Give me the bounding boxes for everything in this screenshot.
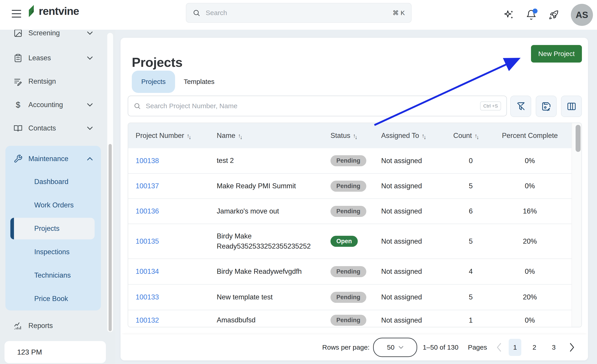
sidebar-item-maintenance[interactable]: Maintenance bbox=[14, 151, 93, 167]
column-header-status[interactable]: Status ↑↓ bbox=[330, 132, 381, 140]
sidebar-item-dashboard[interactable]: Dashboard bbox=[5, 174, 101, 190]
assigned-to: Not assigned bbox=[381, 267, 453, 276]
sidebar-item-price-book[interactable]: Price Book bbox=[5, 290, 101, 307]
project-name: New template test bbox=[217, 292, 330, 302]
reports-chart-icon bbox=[14, 321, 23, 330]
rows-per-page-select[interactable]: 50 bbox=[373, 338, 417, 357]
global-search-input[interactable] bbox=[205, 9, 393, 17]
page-title: Projects bbox=[132, 55, 182, 70]
table-search-input[interactable] bbox=[145, 102, 480, 110]
column-header-project-number[interactable]: Project Number ↑↓ bbox=[136, 132, 217, 140]
sidebar-item-contacts[interactable]: Contacts bbox=[14, 120, 93, 136]
sidebar-item-rentsign[interactable]: Rentsign bbox=[14, 73, 93, 90]
assigned-to: Not assigned bbox=[381, 207, 453, 215]
tabs: Projects Templates bbox=[132, 70, 214, 93]
page-button-3[interactable]: 3 bbox=[547, 339, 560, 356]
assigned-to: Not assigned bbox=[381, 157, 453, 165]
columns-button[interactable] bbox=[561, 96, 582, 117]
column-label: Assigned To bbox=[381, 132, 419, 140]
new-project-button[interactable]: New Project bbox=[531, 45, 582, 62]
sidebar-item-label: Dashboard bbox=[34, 178, 69, 186]
time-label: 123 PM bbox=[17, 348, 42, 356]
count-value: 1 bbox=[453, 316, 488, 324]
top-bar: rentvine ⌘ K bbox=[0, 0, 597, 30]
column-label: Count bbox=[453, 132, 472, 140]
notifications-bell-icon[interactable] bbox=[526, 9, 537, 20]
rentvine-logo[interactable]: rentvine bbox=[27, 5, 79, 18]
status-badge: Open bbox=[330, 236, 358, 247]
sidebar-item-label: Projects bbox=[34, 225, 59, 233]
project-name: Jamarko's move out bbox=[217, 206, 330, 216]
rocket-icon[interactable] bbox=[548, 9, 559, 20]
assigned-to: Not assigned bbox=[381, 182, 453, 190]
sidebar-item-screening[interactable]: Screening bbox=[14, 30, 93, 41]
sidebar-item-projects-active[interactable]: Projects bbox=[10, 218, 95, 239]
pages-label: Pages bbox=[468, 343, 487, 351]
sort-icon: ↑↓ bbox=[187, 133, 190, 139]
sidebar-item-label: Work Orders bbox=[34, 201, 74, 209]
next-page-button[interactable] bbox=[569, 343, 575, 352]
time-widget: 123 PM bbox=[5, 341, 106, 363]
column-header-count[interactable]: Count ↑↓ bbox=[453, 132, 488, 140]
column-label: Project Number bbox=[136, 132, 184, 140]
sidebar-item-projects[interactable]: Projects bbox=[10, 220, 95, 237]
sidebar-item-accounting[interactable]: $ Accounting bbox=[14, 97, 93, 113]
global-search[interactable]: ⌘ K bbox=[186, 3, 412, 23]
project-number-link[interactable]: 100134 bbox=[136, 267, 159, 275]
table-scrollbar-track bbox=[572, 123, 581, 327]
sidebar-item-reports[interactable]: Reports bbox=[14, 318, 93, 334]
project-number-link[interactable]: 100135 bbox=[136, 237, 159, 245]
sidebar-scrollbar-thumb[interactable] bbox=[109, 144, 112, 331]
chevron-down-icon bbox=[87, 31, 93, 35]
status-badge: Pending bbox=[330, 181, 366, 192]
avatar-initials: AS bbox=[576, 10, 588, 20]
notification-dot bbox=[533, 8, 538, 14]
hamburger-menu-icon[interactable] bbox=[12, 10, 21, 18]
sidebar-item-label: Accounting bbox=[28, 101, 63, 109]
tab-label: Templates bbox=[184, 78, 214, 85]
count-value: 5 bbox=[453, 237, 488, 245]
sidebar-item-work-orders[interactable]: Work Orders bbox=[5, 197, 101, 213]
previous-page-button[interactable] bbox=[496, 343, 502, 352]
project-number-link[interactable]: 100138 bbox=[136, 157, 159, 165]
tab-templates[interactable]: Templates bbox=[184, 78, 214, 85]
avatar[interactable]: AS bbox=[571, 4, 593, 26]
percent-complete-value: 0% bbox=[488, 157, 572, 165]
table-scrollbar-thumb[interactable] bbox=[576, 125, 581, 152]
column-label: Name bbox=[217, 131, 236, 141]
project-number-link[interactable]: 100137 bbox=[136, 182, 159, 190]
clear-filters-button[interactable] bbox=[510, 96, 531, 117]
percent-complete-value: 20% bbox=[488, 237, 572, 245]
percent-complete-value: 0% bbox=[488, 316, 572, 324]
search-icon bbox=[134, 102, 141, 110]
project-name: Birdy Make Readywefvgdfh bbox=[217, 267, 330, 277]
chevron-down-icon bbox=[399, 346, 403, 349]
chevron-down-icon bbox=[87, 103, 93, 107]
sidebar-item-technicians[interactable]: Technicians bbox=[5, 267, 101, 284]
filter-off-icon bbox=[516, 101, 526, 111]
project-number-link[interactable]: 100132 bbox=[136, 316, 159, 324]
status-badge: Pending bbox=[330, 206, 366, 217]
page-button-2[interactable]: 2 bbox=[528, 339, 541, 356]
project-number-link[interactable]: 100133 bbox=[136, 293, 159, 301]
column-header-assigned-to[interactable]: Assigned To ↑↓ bbox=[381, 132, 453, 140]
chevron-down-icon bbox=[87, 56, 93, 60]
table-search[interactable]: Ctrl +S bbox=[128, 96, 507, 116]
table-search-shortcut: Ctrl +S bbox=[480, 101, 501, 110]
sidebar-item-inspections[interactable]: Inspections bbox=[5, 244, 101, 260]
sidebar: Screening Leases Rentsign bbox=[0, 30, 115, 364]
project-name: Make Ready PMI Summit bbox=[217, 181, 330, 191]
save-view-button[interactable] bbox=[536, 96, 557, 117]
count-value: 5 bbox=[453, 293, 488, 301]
top-actions: AS bbox=[503, 0, 593, 30]
ai-sparkles-icon[interactable] bbox=[503, 9, 514, 20]
page-button-1[interactable]: 1 bbox=[509, 339, 521, 356]
project-name: Amasdbufsd bbox=[217, 315, 330, 325]
projects-table: Project Number ↑↓ Name ↑↓ Status ↑↓ Assi… bbox=[128, 123, 582, 327]
sidebar-item-leases[interactable]: Leases bbox=[14, 50, 93, 66]
column-header-name[interactable]: Name ↑↓ bbox=[217, 131, 321, 141]
sidebar-scrollbar-track bbox=[107, 33, 113, 332]
table-row: 100136 Jamarko's move out Pending Not as… bbox=[128, 199, 581, 224]
project-number-link[interactable]: 100136 bbox=[136, 207, 159, 215]
tab-projects[interactable]: Projects bbox=[132, 71, 175, 93]
